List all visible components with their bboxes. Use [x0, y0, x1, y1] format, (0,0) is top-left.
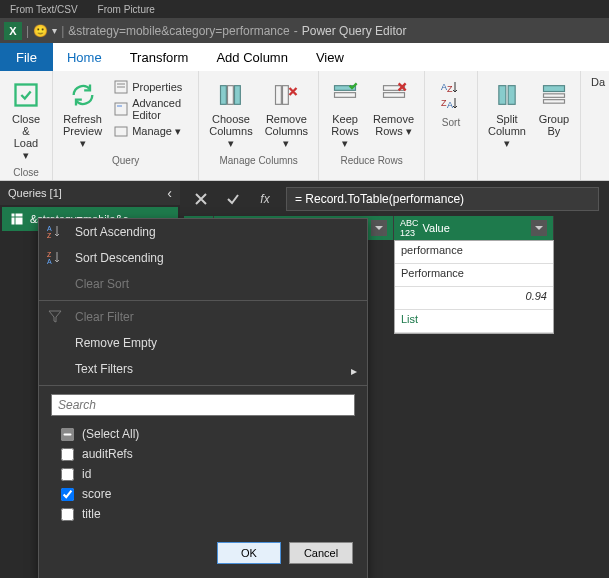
sort-asc-icon: AZ — [47, 223, 65, 241]
close-load-icon — [10, 79, 42, 111]
svg-rect-6 — [115, 127, 127, 136]
ok-button[interactable]: OK — [217, 542, 281, 564]
manage-button[interactable]: Manage ▾ — [112, 123, 190, 139]
svg-rect-9 — [234, 86, 240, 105]
sort-buttons[interactable]: AZZA — [433, 75, 469, 115]
sort-ascending[interactable]: AZ Sort Ascending — [39, 219, 367, 245]
filter-checklist: (Select All) auditRefs id score title — [61, 424, 345, 524]
svg-text:Z: Z — [447, 84, 453, 94]
svg-rect-15 — [383, 93, 404, 98]
clear-filter-icon — [47, 308, 65, 326]
svg-rect-23 — [543, 94, 564, 98]
datatype-trunc[interactable]: Da — [589, 75, 607, 89]
choose-columns-button[interactable]: Choose Columns ▾ — [207, 75, 254, 153]
keep-rows-icon — [329, 79, 361, 111]
sort-az-icon: AZZA — [435, 79, 467, 111]
remove-empty[interactable]: Remove Empty — [39, 330, 367, 356]
submenu-arrow-icon: ▸ — [351, 364, 357, 378]
svg-rect-4 — [115, 103, 127, 115]
filter-search-input[interactable] — [51, 394, 355, 416]
svg-rect-25 — [11, 213, 23, 225]
table-icon — [10, 212, 24, 226]
split-column-icon — [491, 79, 523, 111]
svg-rect-11 — [283, 86, 289, 105]
remove-columns-button[interactable]: Remove Columns ▾ — [263, 75, 310, 153]
manage-icon — [114, 124, 128, 138]
formula-input[interactable] — [286, 187, 599, 211]
remnant-text: From Text/CSV — [10, 4, 78, 15]
refresh-preview-button[interactable]: Refresh Preview ▾ — [61, 75, 104, 153]
svg-rect-21 — [508, 86, 515, 105]
svg-rect-10 — [276, 86, 282, 105]
group-close: Close — [13, 165, 39, 178]
svg-rect-22 — [543, 86, 564, 92]
group-sort: Sort — [442, 115, 460, 128]
properties-button[interactable]: Properties — [112, 79, 190, 95]
excel-icon: X — [4, 22, 22, 40]
ribbon: Close & Load ▾ Close Refresh Preview ▾ P… — [0, 71, 609, 181]
formula-bar: fx — [180, 181, 609, 216]
check-select-all[interactable]: (Select All) — [61, 424, 345, 444]
tab-transform[interactable]: Transform — [116, 43, 203, 71]
cell-list-link[interactable]: List — [395, 310, 553, 333]
check-title[interactable]: title — [61, 504, 345, 524]
sort-descending[interactable]: ZA Sort Descending — [39, 245, 367, 271]
remove-rows-button[interactable]: Remove Rows ▾ — [371, 75, 416, 153]
remove-rows-icon — [378, 79, 410, 111]
group-by-button[interactable]: Group By — [536, 75, 572, 153]
svg-text:A: A — [447, 100, 453, 110]
properties-icon — [114, 80, 128, 94]
svg-rect-13 — [335, 93, 356, 98]
svg-text:Z: Z — [47, 232, 52, 239]
filter-context-menu: AZ Sort Ascending ZA Sort Descending Cle… — [38, 218, 368, 578]
keep-rows-button[interactable]: Keep Rows ▾ — [327, 75, 363, 153]
app-name: Power Query Editor — [302, 24, 407, 38]
svg-text:A: A — [47, 225, 52, 232]
column-header-value[interactable]: ABC123 Value — [394, 216, 554, 240]
split-column-button[interactable]: Split Column ▾ — [486, 75, 528, 153]
svg-rect-24 — [543, 100, 564, 104]
titlebar: X | 🙂 ▾ | &strategy=mobile&category=perf… — [0, 18, 609, 43]
remove-columns-icon — [270, 79, 302, 111]
cell[interactable]: performance — [395, 241, 553, 264]
group-manage-columns: Manage Columns — [219, 153, 297, 166]
clear-filter: Clear Filter — [39, 304, 367, 330]
clear-sort: Clear Sort — [39, 271, 367, 297]
sort-desc-icon: ZA — [47, 249, 65, 267]
value-column-cells: performance Performance 0.94 List — [394, 240, 554, 334]
name-filter-dropdown-icon[interactable] — [371, 220, 387, 236]
remnant-text-2: From Picture — [98, 4, 155, 15]
svg-text:Z: Z — [47, 251, 52, 258]
group-query: Query — [112, 153, 139, 166]
cancel-formula-icon[interactable] — [190, 188, 212, 210]
check-score[interactable]: score — [61, 484, 345, 504]
svg-rect-8 — [227, 86, 233, 105]
cell[interactable]: Performance — [395, 264, 553, 287]
check-id[interactable]: id — [61, 464, 345, 484]
value-filter-dropdown-icon[interactable] — [531, 220, 547, 236]
tab-file[interactable]: File — [0, 43, 53, 71]
refresh-icon — [67, 79, 99, 111]
svg-rect-0 — [16, 85, 37, 106]
tab-add-column[interactable]: Add Column — [202, 43, 302, 71]
close-load-button[interactable]: Close & Load ▾ — [8, 75, 44, 165]
text-filters[interactable]: Text Filters ▸ — [39, 356, 367, 382]
document-path: &strategy=mobile&category=performance — [68, 24, 289, 38]
group-reduce-rows: Reduce Rows — [340, 153, 402, 166]
collapse-icon[interactable]: ‹ — [167, 185, 172, 201]
tab-view[interactable]: View — [302, 43, 358, 71]
queries-header: Queries [1] — [8, 187, 62, 199]
svg-rect-20 — [499, 86, 506, 105]
cancel-button[interactable]: Cancel — [289, 542, 353, 564]
accept-formula-icon[interactable] — [222, 188, 244, 210]
group-by-icon — [538, 79, 570, 111]
svg-text:A: A — [47, 258, 52, 265]
svg-rect-7 — [220, 86, 226, 105]
fx-icon[interactable]: fx — [254, 188, 276, 210]
smiley-icon: 🙂 — [33, 24, 48, 38]
choose-columns-icon — [215, 79, 247, 111]
check-auditrefs[interactable]: auditRefs — [61, 444, 345, 464]
tab-home[interactable]: Home — [53, 43, 116, 71]
advanced-editor-button[interactable]: Advanced Editor — [112, 96, 190, 122]
cell[interactable]: 0.94 — [395, 287, 553, 310]
